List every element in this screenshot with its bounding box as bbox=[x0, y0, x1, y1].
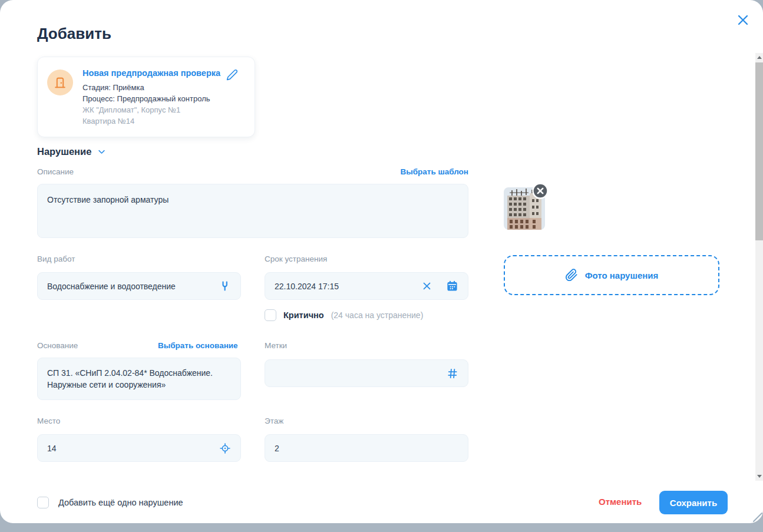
check-title-link[interactable]: Новая предпродажная проверка bbox=[82, 68, 220, 78]
chevron-down-icon bbox=[97, 147, 106, 156]
cancel-button[interactable]: Отменить bbox=[595, 496, 645, 507]
critical-row: Критично (24 часа на устранение) bbox=[265, 309, 423, 321]
remove-photo-icon[interactable] bbox=[532, 183, 549, 199]
deadline-label: Срок устранения bbox=[265, 255, 327, 263]
add-another-row: Добавить ещё одно нарушение bbox=[37, 497, 183, 508]
work-type-label: Вид работ bbox=[37, 255, 75, 263]
wrench-icon[interactable] bbox=[219, 280, 231, 292]
paperclip-icon bbox=[565, 269, 578, 282]
upload-photo-label: Фото нарушения bbox=[585, 270, 659, 280]
place-label: Место bbox=[37, 417, 60, 425]
add-violation-modal: Добавить Новая предпродажная проверка Ст… bbox=[0, 0, 763, 523]
floor-value: 2 bbox=[275, 444, 458, 453]
check-process: Процесс: Предпродажный контроль bbox=[82, 94, 210, 103]
choose-template-link[interactable]: Выбрать шаблон bbox=[400, 167, 468, 176]
clipped-label-fragment bbox=[38, 470, 48, 472]
location-crosshair-icon[interactable] bbox=[219, 442, 231, 454]
description-input[interactable]: Отсутствие запорной арматуры bbox=[37, 184, 468, 238]
check-summary-card: Новая предпродажная проверка Стадия: При… bbox=[37, 57, 255, 137]
choose-basis-link[interactable]: Выбрать основание bbox=[158, 341, 238, 350]
check-apartment: Квартира №14 bbox=[82, 117, 134, 125]
floor-label: Этаж bbox=[265, 417, 283, 425]
place-value: 14 bbox=[47, 444, 213, 453]
critical-hint: (24 часа на устранение) bbox=[331, 310, 424, 320]
add-another-label: Добавить ещё одно нарушение bbox=[58, 498, 183, 507]
scroll-up-icon[interactable] bbox=[755, 53, 763, 62]
resize-grip[interactable] bbox=[750, 510, 763, 523]
hash-icon[interactable] bbox=[447, 368, 458, 379]
basis-value: СП 31. «СНиП 2.04.02-84* Водоснабжение. … bbox=[47, 367, 231, 391]
close-icon[interactable] bbox=[736, 13, 750, 27]
basis-input[interactable]: СП 31. «СНиП 2.04.02-84* Водоснабжение. … bbox=[37, 358, 241, 400]
violation-section-title: Нарушение bbox=[37, 146, 91, 157]
pencil-icon[interactable] bbox=[226, 69, 238, 82]
check-stage: Стадия: Приёмка bbox=[82, 83, 144, 92]
tags-label: Метки bbox=[265, 341, 287, 350]
door-icon bbox=[47, 70, 73, 95]
work-type-value: Водоснабжение и водоотведение bbox=[47, 282, 213, 291]
calendar-icon[interactable] bbox=[446, 280, 458, 292]
deadline-value: 22.10.2024 17:15 bbox=[275, 282, 416, 291]
deadline-input[interactable]: 22.10.2024 17:15 bbox=[265, 272, 468, 300]
description-label: Описание bbox=[37, 167, 74, 176]
modal-backdrop: Добавить Новая предпродажная проверка Ст… bbox=[0, 0, 763, 532]
clear-x-icon[interactable] bbox=[422, 281, 432, 291]
floor-input[interactable]: 2 bbox=[265, 434, 468, 462]
save-button[interactable]: Сохранить bbox=[659, 491, 728, 514]
clipped-label-fragment bbox=[265, 470, 272, 472]
add-another-checkbox[interactable] bbox=[37, 497, 49, 508]
check-project: ЖК "Дипломат", Корпус №1 bbox=[82, 105, 180, 114]
place-input[interactable]: 14 bbox=[37, 434, 241, 462]
description-value: Отсутствие запорной арматуры bbox=[47, 194, 458, 206]
page-title: Добавить bbox=[37, 25, 111, 43]
work-type-input[interactable]: Водоснабжение и водоотведение bbox=[37, 272, 241, 300]
basis-label: Основание bbox=[37, 341, 78, 350]
critical-checkbox[interactable] bbox=[265, 309, 276, 321]
vertical-scrollbar[interactable] bbox=[755, 53, 763, 481]
scrollbar-thumb[interactable] bbox=[755, 62, 763, 240]
tags-input[interactable] bbox=[265, 359, 468, 387]
upload-photo-button[interactable]: Фото нарушения bbox=[504, 255, 719, 295]
violation-section-header[interactable]: Нарушение bbox=[37, 146, 106, 157]
critical-label: Критично bbox=[283, 310, 324, 320]
scroll-down-icon[interactable] bbox=[755, 472, 763, 481]
